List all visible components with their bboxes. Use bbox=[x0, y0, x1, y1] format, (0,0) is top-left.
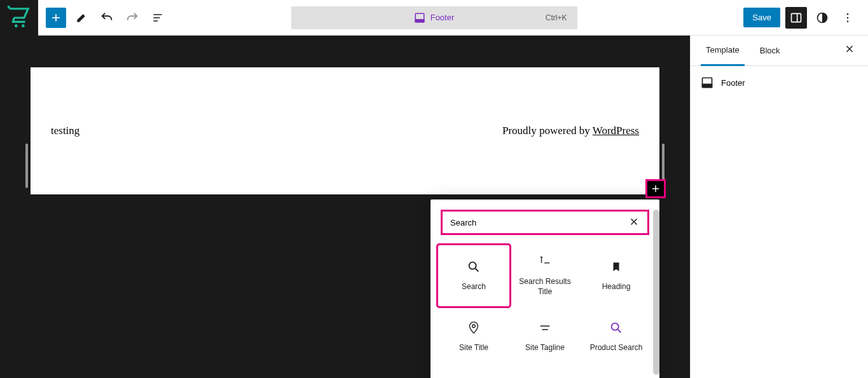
save-button[interactable]: Save bbox=[743, 8, 780, 27]
bookmark-icon bbox=[610, 261, 622, 273]
block-inserter-popover: Search Search Results Title Heading Site… bbox=[431, 199, 659, 378]
inline-inserter-toggle[interactable] bbox=[647, 181, 664, 196]
wordpress-link[interactable]: WordPress bbox=[593, 125, 639, 137]
close-icon bbox=[628, 216, 640, 227]
topbar: Footer Ctrl+K Save bbox=[0, 0, 868, 36]
undo-icon bbox=[100, 11, 114, 25]
block-label: Search Results Title bbox=[512, 277, 578, 297]
main-area: testing Proudly powered by WordPress bbox=[0, 36, 868, 378]
svg-point-7 bbox=[847, 17, 849, 18]
top-left-tools bbox=[38, 8, 176, 28]
tab-template[interactable]: Template bbox=[701, 36, 745, 66]
block-label: Heading bbox=[602, 282, 631, 292]
block-label: Product Search bbox=[590, 343, 643, 353]
svg-point-9 bbox=[469, 262, 476, 269]
block-option-product-search[interactable]: Product Search bbox=[581, 306, 652, 367]
close-sidebar-button[interactable] bbox=[841, 41, 858, 60]
block-inserter-button[interactable] bbox=[46, 8, 66, 28]
settings-sidebar: Template Block Footer bbox=[690, 36, 868, 378]
redo-icon bbox=[125, 11, 139, 25]
contrast-icon bbox=[816, 11, 829, 24]
list-view-icon bbox=[151, 11, 164, 24]
document-overview-button[interactable] bbox=[148, 8, 168, 28]
command-shortcut: Ctrl+K bbox=[546, 13, 567, 22]
footer-template-icon bbox=[701, 76, 713, 89]
ecommerce-logo-icon bbox=[7, 6, 31, 30]
settings-sidebar-toggle[interactable] bbox=[785, 7, 807, 29]
block-option-search-results-title[interactable]: Search Results Title bbox=[509, 245, 581, 306]
document-title-bar[interactable]: Footer Ctrl+K bbox=[291, 6, 577, 29]
svg-point-10 bbox=[472, 325, 476, 328]
template-part-name: Footer bbox=[721, 78, 745, 88]
inserter-search-wrap bbox=[441, 210, 649, 235]
block-option-search[interactable]: Search bbox=[438, 245, 509, 306]
inserter-search-input[interactable] bbox=[448, 214, 626, 231]
plus-icon bbox=[50, 11, 62, 24]
footer-template-icon bbox=[414, 12, 425, 24]
svg-point-8 bbox=[847, 20, 849, 22]
site-logo[interactable] bbox=[0, 0, 38, 36]
template-part-row[interactable]: Footer bbox=[701, 76, 858, 89]
options-button[interactable] bbox=[837, 8, 858, 28]
sidebar-tabs: Template Block bbox=[691, 36, 868, 66]
block-label: Site Title bbox=[459, 343, 488, 353]
kebab-icon bbox=[841, 11, 854, 24]
svg-point-1 bbox=[22, 24, 25, 27]
svg-point-6 bbox=[847, 13, 849, 15]
tools-button[interactable] bbox=[71, 8, 92, 28]
map-pin-icon bbox=[467, 321, 481, 335]
svg-rect-13 bbox=[703, 84, 712, 88]
footer-block[interactable]: testing Proudly powered by WordPress bbox=[31, 67, 659, 194]
inserter-scrollbar[interactable] bbox=[653, 210, 659, 375]
footer-text-right[interactable]: Proudly powered by WordPress bbox=[502, 125, 639, 137]
close-icon bbox=[844, 43, 855, 55]
pencil-icon bbox=[75, 11, 88, 24]
tagline-icon bbox=[538, 321, 552, 335]
sidebar-icon bbox=[790, 11, 803, 24]
svg-rect-3 bbox=[415, 20, 424, 22]
block-option-site-tagline[interactable]: Site Tagline bbox=[509, 306, 581, 367]
inserter-results-grid: Search Search Results Title Heading Site… bbox=[431, 245, 659, 375]
powered-by-prefix: Proudly powered by bbox=[502, 125, 593, 137]
svg-point-11 bbox=[612, 323, 619, 330]
redo-button[interactable] bbox=[122, 8, 142, 28]
svg-rect-4 bbox=[792, 13, 801, 22]
block-label: Site Tagline bbox=[525, 343, 565, 353]
footer-text-left[interactable]: testing bbox=[51, 125, 79, 137]
svg-point-0 bbox=[15, 24, 18, 27]
block-label: Search bbox=[462, 282, 486, 292]
product-search-icon bbox=[609, 321, 623, 335]
document-title: Footer bbox=[431, 13, 455, 22]
undo-button[interactable] bbox=[97, 8, 117, 28]
editor-canvas[interactable]: testing Proudly powered by WordPress bbox=[0, 36, 690, 378]
search-results-title-icon bbox=[538, 255, 552, 269]
styles-button[interactable] bbox=[812, 8, 832, 28]
resize-handle-left[interactable] bbox=[25, 144, 28, 188]
block-option-site-title[interactable]: Site Title bbox=[438, 306, 509, 367]
block-option-heading[interactable]: Heading bbox=[581, 245, 652, 306]
search-icon bbox=[467, 260, 481, 274]
tab-block[interactable]: Block bbox=[755, 36, 785, 66]
clear-search-button[interactable] bbox=[626, 213, 642, 232]
top-right-tools: Save bbox=[733, 7, 868, 29]
plus-icon bbox=[650, 183, 661, 194]
